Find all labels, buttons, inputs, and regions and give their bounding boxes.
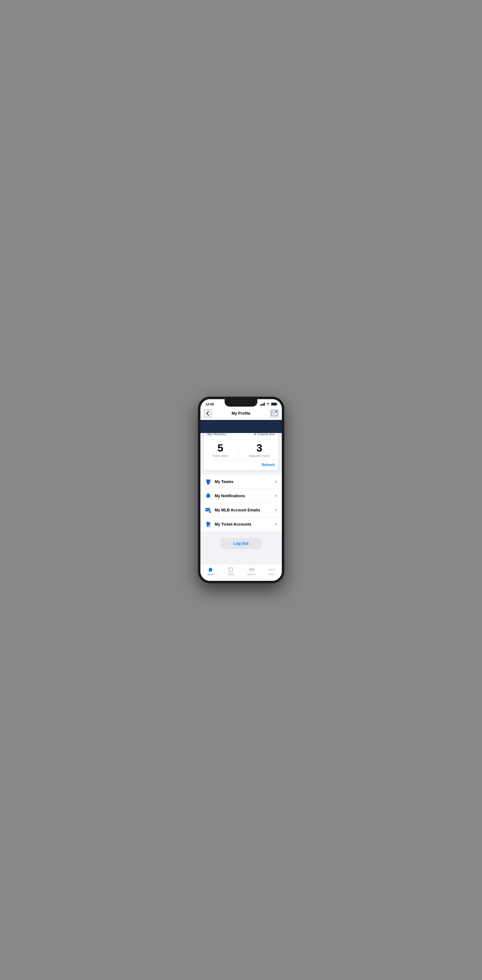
svg-text:NY: NY [248, 567, 254, 572]
phone-frame: 12:00 My Pro [198, 397, 284, 583]
ticket-icon [205, 521, 212, 528]
notch [224, 399, 258, 407]
home-icon [208, 567, 213, 573]
tab-tickets-label: Tickets [227, 573, 234, 576]
svg-point-7 [271, 569, 272, 570]
tab-tickets[interactable]: Tickets [221, 566, 241, 576]
chevron-right-icon [275, 509, 277, 512]
menu-item-my-mlb-emails[interactable]: My MLB Account Emails [200, 503, 282, 517]
history-stats: 5 Teams Seen 3 Ballparks Visted [207, 439, 275, 460]
tab-home[interactable]: Home [200, 566, 221, 576]
menu-item-my-ticket-accounts[interactable]: My Ticket Accounts [200, 517, 282, 531]
refresh-row: Refresh [207, 460, 275, 467]
history-header: My History 8 Check-Ins [207, 433, 275, 439]
nav-header: My Profile [200, 408, 282, 420]
svg-rect-3 [209, 512, 211, 513]
chevron-right-icon [275, 480, 277, 483]
chevron-right-icon [275, 494, 277, 498]
menu-label-my-mlb-emails: My MLB Account Emails [215, 508, 275, 512]
refresh-button[interactable]: Refresh [262, 463, 275, 467]
logout-section: Log Out [200, 531, 282, 556]
wifi-icon [266, 402, 270, 406]
tab-yankees[interactable]: NY Yankees [241, 566, 261, 576]
phone-screen: 12:00 My Pro [200, 399, 282, 581]
email-lock-icon [205, 507, 212, 514]
jersey-icon [205, 478, 212, 485]
mail-button[interactable] [270, 409, 278, 417]
menu-item-my-teams[interactable]: My Teams [200, 475, 282, 489]
logout-button[interactable]: Log Out [221, 538, 262, 549]
tab-home-label: Home [208, 573, 213, 576]
teams-seen-stat: 5 Teams Seen [212, 443, 228, 457]
menu-label-my-teams: My Teams [215, 479, 275, 484]
tab-bar: Home Tickets NY Yankee [200, 564, 282, 581]
menu-label-my-ticket-accounts: My Ticket Accounts [215, 522, 275, 527]
ballparks-number: 3 [249, 443, 270, 453]
menu-item-my-notifications[interactable]: My Notifications [200, 489, 282, 503]
chevron-right-icon [275, 523, 277, 526]
svg-point-8 [273, 569, 274, 570]
bell-icon [205, 492, 212, 500]
page-title: My Profile [232, 411, 250, 416]
signal-icon [260, 402, 265, 406]
status-icons [260, 402, 277, 406]
history-title: My History [207, 433, 226, 436]
tab-yankees-label: Yankees [247, 573, 255, 576]
ballparks-stat: 3 Ballparks Visted [249, 443, 270, 457]
stat-divider [239, 443, 239, 457]
yankees-icon: NY [248, 567, 254, 573]
history-card: My History 8 Check-Ins 5 Teams Seen 3 Ba… [204, 433, 278, 470]
svg-point-6 [269, 569, 270, 570]
teams-seen-number: 5 [212, 443, 228, 453]
tickets-icon [228, 567, 234, 573]
status-time: 12:00 [206, 402, 214, 406]
blue-banner [200, 420, 282, 433]
checkins-badge: 8 Check-Ins [254, 433, 275, 436]
teams-seen-label: Teams Seen [212, 454, 228, 457]
tab-more-label: More [269, 573, 274, 576]
mail-badge [275, 410, 277, 412]
menu-section: My Teams My Notifications [200, 475, 282, 531]
scroll-content: My History 8 Check-Ins 5 Teams Seen 3 Ba… [200, 433, 282, 564]
tab-more[interactable]: More [261, 566, 282, 576]
back-button[interactable] [204, 409, 212, 417]
more-icon [269, 567, 274, 573]
ballparks-label: Ballparks Visted [249, 454, 270, 457]
battery-icon [271, 402, 277, 406]
menu-label-my-notifications: My Notifications [215, 494, 275, 498]
